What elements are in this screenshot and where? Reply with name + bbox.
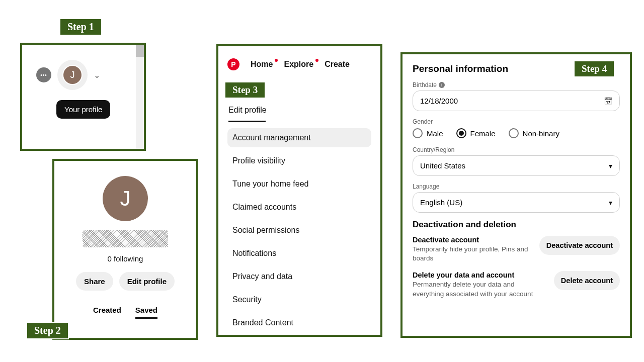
language-value: English (US) (420, 198, 462, 207)
settings-sidebar: Edit profile Account management Profile … (218, 76, 380, 337)
country-value: United States (420, 161, 465, 170)
notification-dot-icon (275, 59, 278, 62)
sidebar-item-branded-content[interactable]: Branded Content (227, 313, 371, 332)
language-select[interactable]: English (US) (413, 192, 620, 213)
step2-panel: J 0 following Share Edit profile Created… (52, 159, 198, 340)
delete-account-button[interactable]: Delete account (554, 271, 620, 290)
step4-badge: Step 4 (574, 60, 615, 77)
birthdate-label: Birthdate i (413, 81, 620, 88)
nav-explore[interactable]: Explore (284, 60, 313, 69)
scrollbar-thumb[interactable] (136, 45, 144, 57)
deactivate-subtext: Temporarily hide your profile, Pins and … (413, 245, 532, 263)
redacted-username (83, 230, 168, 247)
edit-profile-button[interactable]: Edit profile (119, 272, 175, 291)
gender-label: Gender (413, 118, 620, 125)
info-icon[interactable]: i (439, 82, 445, 88)
profile-avatar-button[interactable]: J (57, 60, 88, 90)
radio-female[interactable]: Female (456, 128, 496, 138)
chevron-down-icon[interactable]: ⌄ (94, 70, 100, 80)
delete-subtext: Permanently delete your data and everyth… (413, 280, 533, 298)
avatar-initial: J (62, 65, 83, 85)
sidebar-item-account-management[interactable]: Account management (227, 128, 371, 147)
sidebar-item-claimed-accounts[interactable]: Claimed accounts (227, 198, 371, 217)
profile-tooltip: Your profile (56, 100, 110, 119)
country-select[interactable]: United States (413, 155, 620, 176)
step1-panel: J ⌄ Your profile (20, 43, 146, 151)
step2-badge: Step 2 (26, 322, 69, 339)
radio-male[interactable]: Male (413, 128, 443, 138)
messages-icon[interactable] (36, 67, 51, 82)
following-count[interactable]: 0 following (108, 254, 143, 263)
tab-created[interactable]: Created (93, 306, 121, 319)
sidebar-item-social-permissions[interactable]: Social permissions (227, 221, 371, 240)
step3-badge: Step 3 (224, 81, 266, 99)
radio-nonbinary[interactable]: Non-binary (509, 128, 559, 138)
birthdate-input[interactable]: 12/18/2000 (413, 90, 620, 111)
nav-create[interactable]: Create (325, 60, 350, 69)
tab-saved[interactable]: Saved (135, 306, 157, 319)
deactivate-heading: Deactivate account (413, 236, 532, 244)
sidebar-item-profile-visibility[interactable]: Profile visibility (227, 151, 371, 170)
delete-heading: Delete your data and account (413, 271, 533, 279)
share-button[interactable]: Share (76, 272, 113, 291)
birthdate-value: 12/18/2000 (420, 97, 458, 105)
pinterest-logo-icon[interactable]: P (227, 58, 239, 70)
sidebar-item-tune-home-feed[interactable]: Tune your home feed (227, 174, 371, 194)
sidebar-item-edit-profile[interactable]: Edit profile (227, 101, 371, 120)
language-label: Language (413, 183, 620, 190)
notification-dot-icon (315, 59, 318, 62)
deactivation-title: Deactivation and deletion (413, 220, 620, 230)
step4-panel: Personal information Birthdate i 12/18/2… (400, 52, 632, 338)
chevron-down-icon (609, 198, 612, 207)
profile-avatar-large: J (103, 176, 148, 221)
calendar-icon[interactable] (604, 97, 612, 105)
scrollbar-track[interactable] (136, 45, 144, 149)
country-label: Country/Region (413, 146, 620, 153)
sidebar-item-notifications[interactable]: Notifications (227, 244, 371, 263)
nav-home[interactable]: Home (251, 60, 273, 69)
active-underline (228, 121, 266, 122)
sidebar-item-privacy-data[interactable]: Privacy and data (227, 267, 371, 286)
step1-badge: Step 1 (59, 18, 102, 36)
sidebar-item-security[interactable]: Security (227, 290, 371, 309)
deactivate-account-button[interactable]: Deactivate account (539, 236, 620, 255)
chevron-down-icon (609, 161, 612, 170)
